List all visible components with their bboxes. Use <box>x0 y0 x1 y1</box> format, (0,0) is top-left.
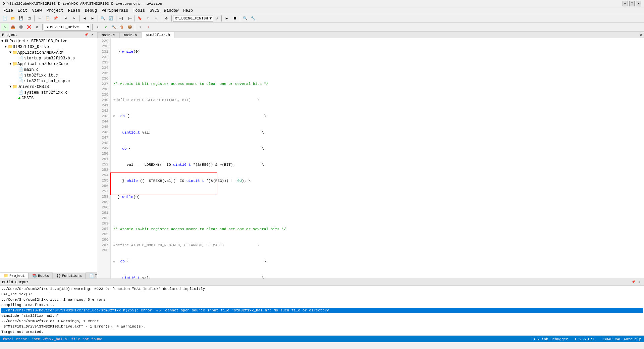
find-btn[interactable]: 🔍 <box>99 15 107 22</box>
tree-startup[interactable]: 📄 startup_stm32f103xb.s <box>0 55 97 61</box>
debug-start-btn[interactable]: ▷ <box>1 23 9 31</box>
fold-btn-233[interactable]: ⊟ <box>113 115 115 118</box>
tree-system-c[interactable]: 📄 system_stm32f1xx.c <box>0 90 97 95</box>
nav-back-btn[interactable]: ◀ <box>81 15 88 22</box>
ln: 265 <box>99 232 108 237</box>
run-btn[interactable]: ▶ <box>223 15 230 22</box>
dropdown-arrow2: ▼ <box>87 25 89 29</box>
toolbar2: ▷ 📥 ➕ ❌ ⚙ STM32F103_Drive ▼ ↖ ⚒ 🔨 🗑 📦 ⚡ … <box>0 23 644 32</box>
status-caps: CSDAP CAP AutoHelp <box>601 337 641 341</box>
menu-view[interactable]: View <box>30 8 44 13</box>
project-tab-icon: 📁 <box>4 273 8 278</box>
open-btn[interactable]: 📂 <box>9 15 17 22</box>
ln: 261 <box>99 210 108 215</box>
expand-icon: ▼ <box>5 45 7 49</box>
tree-stm32-root[interactable]: ▼ 📁 STM32F103_Drive <box>0 44 97 50</box>
menu-peripherals[interactable]: Peripherals <box>100 8 130 13</box>
copy-btn[interactable]: 📋 <box>44 15 51 22</box>
project-dropdown[interactable]: STM32F103_Drive ▼ <box>44 24 91 31</box>
target-options-btn[interactable]: ⚙ <box>34 23 41 31</box>
tree-cmsis[interactable]: ◆ CMSIS <box>0 95 97 101</box>
undo-btn[interactable]: ↩ <box>62 15 70 22</box>
tree-it-c[interactable]: 📄 stm32f1xx_it.c <box>0 72 97 78</box>
new-file-btn[interactable]: 📄 <box>1 15 9 22</box>
menu-help[interactable]: Help <box>181 8 195 13</box>
cursor-btn[interactable]: ↖ <box>94 23 101 31</box>
sidebar-pin-btn[interactable]: 📌 <box>84 32 89 38</box>
stop-btn[interactable]: ⏹ <box>231 15 238 22</box>
tab-close-btn[interactable]: ✕ <box>638 32 644 38</box>
ln: 267 <box>99 242 108 248</box>
rebuild-btn[interactable]: 🔨 <box>110 23 117 31</box>
file-icon: 📄 <box>18 67 23 72</box>
nav-fwd-btn[interactable]: ▶ <box>89 15 96 22</box>
add-target-btn[interactable]: ➕ <box>17 23 25 31</box>
menu-svcs[interactable]: SVCS <box>148 8 161 13</box>
tab-functions[interactable]: {} Functions <box>53 273 86 279</box>
settings-btn[interactable]: ⚙ <box>163 15 170 22</box>
tree-msp-c[interactable]: 📄 stm32f1xx_hal_msp.c <box>0 78 97 84</box>
code-content[interactable]: } while(0) /* Atomic 16-bit register acc… <box>111 38 644 279</box>
batch-build-btn[interactable]: 📦 <box>126 23 133 31</box>
menu-window[interactable]: Window <box>162 8 180 13</box>
ln: 268 <box>99 248 108 253</box>
menu-edit[interactable]: Edit <box>16 8 30 13</box>
build-output-close-btn[interactable]: ✕ <box>637 280 642 285</box>
tab-books[interactable]: 📚 Books <box>29 272 53 279</box>
tree-label: main.c <box>24 67 39 72</box>
flash-btn[interactable]: ⚡ <box>137 23 144 31</box>
cut-btn[interactable]: ✂ <box>36 15 43 22</box>
menu-file[interactable]: File <box>1 8 15 13</box>
redo-btn[interactable]: ↪ <box>70 15 78 22</box>
ln: 256 <box>99 183 108 189</box>
save-all-btn[interactable]: 🗂 <box>25 15 33 22</box>
templates-tab-label: Templates <box>95 274 97 278</box>
tree-app-mdk[interactable]: ▼ 📁 Application/MDK-ARM <box>0 50 97 55</box>
tab-main-c[interactable]: main.c <box>97 32 119 38</box>
build-output-pin-btn[interactable]: 📌 <box>631 280 636 285</box>
tab-templates[interactable]: 📄 Templates <box>86 272 97 279</box>
unindent-btn[interactable]: |← <box>126 15 133 22</box>
save-btn[interactable]: 💾 <box>17 15 25 22</box>
menu-project[interactable]: Project <box>44 8 65 13</box>
tree-main-c[interactable]: 📄 main.c <box>0 67 97 72</box>
build-btn[interactable]: ⚒ <box>102 23 109 31</box>
sep2 <box>61 15 61 21</box>
build-output-content[interactable]: ../Core/Src/stm32f1xx_it.c(189): warning… <box>0 286 644 336</box>
prev-bookmark-btn[interactable]: ⬆ <box>144 15 152 22</box>
remove-target-btn[interactable]: ❌ <box>25 23 33 31</box>
tree-drivers[interactable]: ▼ 📁 Drivers/CMSIS <box>0 84 97 90</box>
fold-btn-242[interactable]: ⊟ <box>113 260 115 263</box>
sidebar: Project 📌 ✕ ▼ 🖥 Project: STM32F103_Drive… <box>0 32 97 279</box>
project-tree: ▼ 🖥 Project: STM32F103_Drive ▼ 📁 STM32F1… <box>0 38 97 272</box>
paste-btn[interactable]: 📌 <box>52 15 59 22</box>
replace-btn[interactable]: 🔄 <box>107 15 115 22</box>
tree-project-root[interactable]: ▼ 🖥 Project: STM32F103_Drive <box>0 38 97 44</box>
indent-btn[interactable]: →| <box>118 15 125 22</box>
search2-btn[interactable]: 🔍 <box>241 15 249 22</box>
close-button[interactable]: ✕ <box>636 1 641 6</box>
target-dropdown[interactable]: RT_USING_FINISH ▼ <box>173 15 213 22</box>
templates-tab-icon: 📄 <box>89 273 94 278</box>
tab-project[interactable]: 📁 Project <box>0 272 29 279</box>
tab-stm32f1xx-h[interactable]: stm32f1xx.h <box>141 32 174 38</box>
minimize-button[interactable]: — <box>623 1 628 6</box>
code-editor[interactable]: 229 230 231 232 233 234 235 236 237 238 … <box>97 38 644 279</box>
sidebar-close-btn[interactable]: ✕ <box>90 32 95 38</box>
manage-targets-btn[interactable]: ⚡ <box>214 15 220 22</box>
menu-tools[interactable]: Tools <box>131 8 147 13</box>
menu-debug[interactable]: Debug <box>83 8 99 13</box>
build-header-btns: 📌 ✕ <box>631 280 642 285</box>
ln: 248 <box>99 140 108 146</box>
clean-btn[interactable]: 🗑 <box>118 23 125 31</box>
bookmark-btn[interactable]: 🔖 <box>136 15 144 22</box>
debug-load-btn[interactable]: 📥 <box>9 23 17 31</box>
flash2-btn[interactable]: ⚡ <box>145 23 152 31</box>
maximize-button[interactable]: □ <box>629 1 635 6</box>
tab-main-h[interactable]: main.h <box>119 32 142 38</box>
tools2-btn[interactable]: 🔧 <box>250 15 257 22</box>
tree-label: system_stm32f1xx.c <box>24 90 68 95</box>
tree-app-user[interactable]: ▼ 📁 Application/User/Core <box>0 61 97 67</box>
menu-flash[interactable]: Flash <box>66 8 82 13</box>
next-bookmark-btn[interactable]: ⬇ <box>152 15 160 22</box>
